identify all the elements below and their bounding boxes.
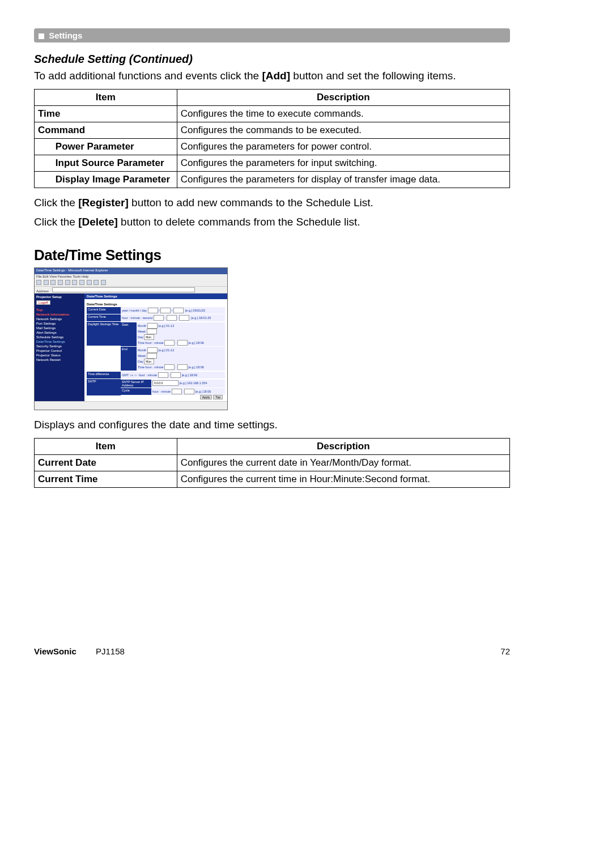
- apply-row: Apply Top: [200, 395, 223, 399]
- start-week-input[interactable]: [147, 329, 157, 334]
- intro-p2: button and set the following items.: [290, 70, 456, 82]
- form-section-label: Date/Time Settings: [87, 303, 225, 306]
- current-time-value: hour : minute : second : : [e.g.] 18:01:…: [121, 314, 225, 321]
- home-icon[interactable]: [65, 280, 70, 285]
- top-button[interactable]: Top: [213, 395, 223, 399]
- hour-input[interactable]: [154, 315, 164, 321]
- indent: [35, 155, 52, 171]
- end-min-input[interactable]: [177, 364, 188, 370]
- mail-icon[interactable]: [101, 280, 106, 285]
- main-panel: Date/Time Settings Date/Time Settings Cu…: [84, 293, 227, 407]
- sidebar-item[interactable]: Alert Settings: [36, 331, 83, 334]
- search-icon[interactable]: [72, 280, 77, 285]
- row-desc: Configures the parameters for power cont…: [177, 138, 509, 155]
- row-desc: Configures the current date in Year/Mont…: [177, 454, 509, 471]
- browser-statusbar: [35, 401, 227, 410]
- td-label: Time difference: [87, 372, 121, 378]
- row-desc: Configures the current time in Hour:Minu…: [177, 471, 509, 487]
- row-desc: Configures the parameters for input swit…: [177, 155, 509, 171]
- end-hour-input[interactable]: [164, 364, 175, 370]
- row-item: Input Source Parameter: [52, 155, 177, 171]
- stop-icon[interactable]: [50, 280, 56, 285]
- day-input[interactable]: [173, 308, 184, 313]
- intro-p1: To add additional functions and events c…: [34, 70, 262, 82]
- sidebar-item[interactable]: Projector Status: [36, 354, 83, 357]
- intro-paragraph: To add additional functions and events c…: [34, 69, 510, 83]
- del-p2: button to delete commands from the Sched…: [118, 216, 360, 228]
- reg-p2: button to add new commands to the Schedu…: [129, 197, 373, 209]
- footer-page: 72: [500, 646, 510, 656]
- refresh-icon[interactable]: [58, 280, 63, 285]
- browser-content: Projector Setup Logoff Top: Network Info…: [35, 293, 227, 407]
- page-footer: ViewSonic PJ1158 72: [34, 646, 510, 656]
- row-item: Current Time: [35, 471, 177, 487]
- row-item: Current Date: [35, 454, 177, 471]
- gmt-min[interactable]: [171, 372, 181, 378]
- register-button-ref: [Register]: [78, 197, 129, 209]
- t2-head-desc: Description: [177, 438, 509, 454]
- row-desc: Configures the parameters for display of…: [177, 171, 509, 188]
- start-month-input[interactable]: [147, 323, 158, 329]
- cycle-field: hour : minute : [e.g.] 18:06: [151, 388, 225, 395]
- bar-square-icon: [39, 33, 44, 39]
- address-bar: Address: [35, 287, 227, 293]
- current-time-label: Current Time: [87, 314, 121, 321]
- end-month-input[interactable]: [147, 347, 158, 353]
- browser-titlebar: Date/Time Settings - Microsoft Internet …: [35, 268, 227, 274]
- favorites-icon[interactable]: [79, 280, 84, 285]
- media-icon[interactable]: [87, 280, 92, 285]
- bar-title: Settings: [49, 31, 82, 40]
- start-min-input[interactable]: [177, 340, 188, 346]
- cycle-hour[interactable]: [172, 389, 182, 394]
- sidebar-item[interactable]: Projector Control: [36, 349, 83, 352]
- row-item: Power Parameter: [52, 138, 177, 155]
- sntp-label: SNTP: [87, 379, 121, 395]
- sntp-ip-field: [e.g.] 192.168.1.254: [151, 380, 225, 388]
- url-input[interactable]: [52, 287, 195, 292]
- second-input[interactable]: [179, 315, 189, 321]
- main-title: Date/Time Settings: [84, 293, 227, 299]
- sidebar-item-active[interactable]: Date/Time Settings: [36, 340, 83, 343]
- browser-toolbar: [35, 279, 227, 287]
- cycle-min[interactable]: [184, 389, 194, 394]
- datetime-items-table: Item Description Current Date Configures…: [34, 438, 510, 488]
- datetime-caption: Displays and configures the date and tim…: [34, 418, 510, 432]
- row-item: Time: [35, 105, 177, 122]
- td-value: GMT ○+ ○- hour : minute : [e.g.] 18:06: [121, 372, 225, 378]
- table-row: Display Image Parameter Configures the p…: [35, 171, 510, 188]
- sntp-ip-input[interactable]: [152, 380, 178, 386]
- sidebar-item[interactable]: Network Settings: [36, 317, 83, 321]
- sidebar-item[interactable]: Security Settings: [36, 344, 83, 348]
- sidebar-item[interactable]: Mail Settings: [36, 326, 83, 330]
- year-input[interactable]: [148, 308, 158, 313]
- sidebar-title: Projector Setup: [36, 295, 83, 299]
- schedule-items-table: Item Description Time Configures the tim…: [34, 89, 510, 188]
- logoff-button[interactable]: Logoff: [36, 300, 50, 305]
- back-icon[interactable]: [36, 280, 41, 285]
- sidebar-item[interactable]: Port Settings: [36, 322, 83, 325]
- end-week-input[interactable]: [147, 353, 157, 359]
- table-row: Command Configures the commands to be ex…: [35, 122, 510, 138]
- start-day-select[interactable]: [144, 334, 154, 340]
- table-row: Time Configures the time to execute comm…: [35, 105, 510, 122]
- sidebar-item[interactable]: Schedule Settings: [36, 335, 83, 339]
- row-item: Display Image Parameter: [52, 171, 177, 188]
- table-row: Input Source Parameter Configures the pa…: [35, 155, 510, 171]
- footer-left: ViewSonic PJ1158: [34, 646, 125, 656]
- cycle-label: Cycle: [121, 388, 151, 395]
- address-label: Address: [36, 290, 49, 293]
- end-label: End: [121, 347, 137, 371]
- end-day-select[interactable]: [144, 359, 154, 364]
- history-icon[interactable]: [94, 280, 99, 285]
- row-desc: Configures the time to execute commands.: [177, 105, 509, 122]
- minute-input[interactable]: [167, 315, 177, 321]
- forward-icon[interactable]: [44, 280, 49, 285]
- month-input[interactable]: [160, 308, 171, 313]
- schedule-subtitle: Schedule Setting (Continued): [34, 53, 510, 66]
- gmt-hour[interactable]: [158, 372, 168, 378]
- add-button-ref: [Add]: [262, 70, 290, 82]
- dst-label: Daylight Savings Time: [87, 322, 121, 346]
- apply-button[interactable]: Apply: [200, 395, 212, 399]
- sidebar-item[interactable]: Network Restart: [36, 358, 83, 361]
- start-hour-input[interactable]: [164, 340, 175, 346]
